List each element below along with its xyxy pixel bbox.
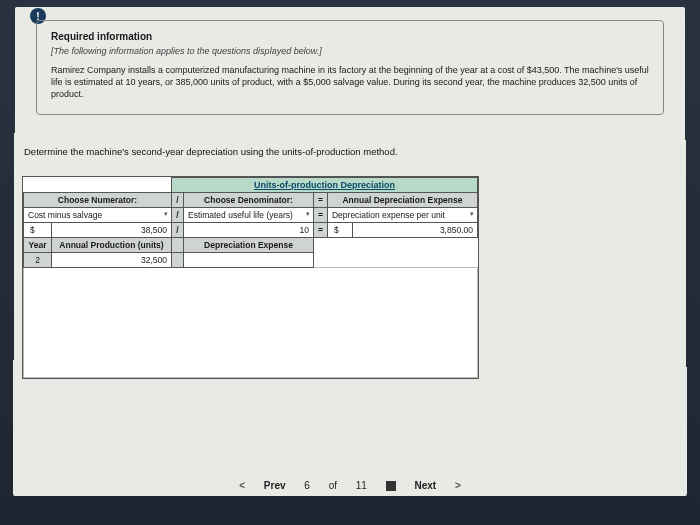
page-current: 6	[304, 480, 310, 491]
op-divide: /	[172, 208, 184, 223]
info-subtitle: [The following information applies to th…	[51, 46, 649, 56]
production-value[interactable]: 32,500	[52, 253, 172, 268]
numerator-dropdown[interactable]: Cost minus salvage	[24, 208, 172, 223]
header-year: Year	[24, 238, 52, 253]
info-title: Required information	[51, 31, 649, 42]
op-equals-2: =	[314, 223, 328, 238]
numerator-value[interactable]: 38,500	[52, 223, 172, 238]
header-annual-production: Annual Production (units)	[52, 238, 172, 253]
op-divide-2: /	[172, 223, 184, 238]
header-op-equals: =	[314, 193, 328, 208]
chevron-right-icon[interactable]: >	[455, 480, 461, 491]
year-value: 2	[24, 253, 52, 268]
page-total: 11	[356, 480, 367, 491]
header-op-divide: /	[172, 193, 184, 208]
question-text: Determine the machine's second-year depr…	[24, 146, 676, 157]
denominator-value[interactable]: 10	[184, 223, 314, 238]
grid-icon[interactable]	[386, 481, 396, 491]
result-currency: $	[327, 223, 352, 238]
empty-workspace	[24, 268, 478, 378]
prev-button[interactable]: Prev	[264, 480, 286, 491]
depreciation-expense-input[interactable]	[184, 253, 314, 268]
table-main-header: Units-of-production Depreciation	[172, 178, 478, 193]
header-result: Annual Depreciation Expense	[327, 193, 477, 208]
chevron-left-icon[interactable]: <	[239, 480, 245, 491]
header-numerator: Choose Numerator:	[24, 193, 172, 208]
header-denominator: Choose Denominator:	[184, 193, 314, 208]
result-value: 3,850.00	[352, 223, 477, 238]
depreciation-table: Units-of-production Depreciation Choose …	[22, 176, 479, 379]
op-equals: =	[314, 208, 328, 223]
info-body: Ramirez Company installs a computerized …	[51, 64, 649, 100]
header-depreciation-expense: Depreciation Expense	[184, 238, 314, 253]
page-of: of	[329, 480, 337, 491]
required-info-box: Required information [The following info…	[36, 20, 664, 115]
result-dropdown[interactable]: Depreciation expense per unit	[327, 208, 477, 223]
currency-symbol: $	[24, 223, 52, 238]
denominator-dropdown[interactable]: Estimated useful life (years)	[184, 208, 314, 223]
navigation-bar: < Prev 6 of 11 Next >	[0, 480, 700, 491]
next-button[interactable]: Next	[414, 480, 436, 491]
